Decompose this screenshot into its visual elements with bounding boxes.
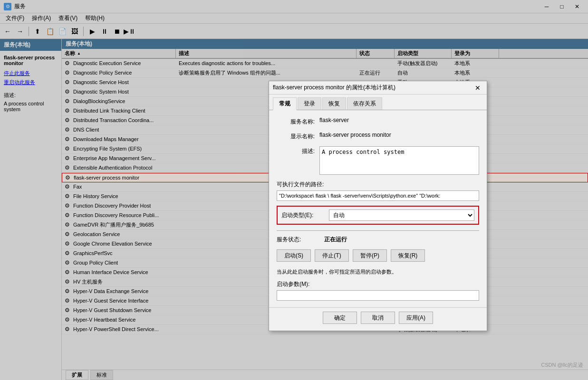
dialog-tab-login[interactable]: 登录 xyxy=(298,97,321,110)
service-status-row: 服务状态: 正在运行 xyxy=(277,236,479,244)
desc-textarea[interactable]: A process control system xyxy=(319,146,479,175)
stop-button[interactable]: 停止(T) xyxy=(315,249,349,262)
resume-button[interactable]: 恢复(R) xyxy=(391,249,425,262)
dialog-tabs: 常规 登录 恢复 依存关系 xyxy=(269,95,487,110)
dialog-overlay: flask-server process monitor 的属性(本地计算机) … xyxy=(0,0,588,380)
service-name-label: 服务名称: xyxy=(277,117,319,126)
start-button[interactable]: 启动(S) xyxy=(277,249,311,262)
service-name-value: flask-server xyxy=(319,117,479,124)
service-status-value: 正在运行 xyxy=(324,236,347,244)
startup-type-select[interactable]: 自动 手动 禁用 自动(延迟启动) xyxy=(329,209,474,221)
dialog-footer: 确定 取消 应用(A) xyxy=(269,307,487,331)
dialog-title: flask-server process monitor 的属性(本地计算机) xyxy=(273,84,395,92)
service-action-buttons: 启动(S) 停止(T) 暂停(P) 恢复(R) xyxy=(277,249,479,262)
dialog-tab-recovery[interactable]: 恢复 xyxy=(322,97,346,110)
desc-field: 描述: A process control system xyxy=(277,146,479,175)
display-name-value: flask-server process monitor xyxy=(319,132,479,138)
apply-button[interactable]: 应用(A) xyxy=(399,312,433,324)
dialog-tab-general[interactable]: 常规 xyxy=(273,97,297,110)
desc-field-label: 描述: xyxy=(277,146,319,155)
pause-button[interactable]: 暂停(P) xyxy=(353,249,387,262)
display-name-field: 显示名称: flask-server process monitor xyxy=(277,132,479,141)
service-name-field: 服务名称: flask-server xyxy=(277,117,479,126)
ok-button[interactable]: 确定 xyxy=(323,312,357,324)
startup-type-field: 启动类型(E): 自动 手动 禁用 自动(延迟启动) xyxy=(277,206,479,225)
dialog-titlebar: flask-server process monitor 的属性(本地计算机) … xyxy=(269,81,487,95)
dialog-content: 服务名称: flask-server 显示名称: flask-server pr… xyxy=(269,110,487,307)
path-label: 可执行文件的路径: xyxy=(277,180,479,189)
dialog-divider xyxy=(277,230,479,231)
service-status-label: 服务状态: xyxy=(277,236,315,244)
startup-type-label: 启动类型(E): xyxy=(281,211,329,219)
dialog-tab-dependencies[interactable]: 依存关系 xyxy=(347,97,382,110)
path-section: 可执行文件的路径: "D:\workspace\ flask \ flask -… xyxy=(277,180,479,201)
dialog-close-button[interactable]: ✕ xyxy=(472,84,483,92)
param-label: 启动参数(M): xyxy=(277,280,479,288)
cancel-button[interactable]: 取消 xyxy=(361,312,395,324)
properties-dialog: flask-server process monitor 的属性(本地计算机) … xyxy=(269,81,487,331)
display-name-label: 显示名称: xyxy=(277,132,319,141)
param-input[interactable] xyxy=(277,290,479,301)
hint-text: 当从此处启动服务时，你可指定所适用的启动参数。 xyxy=(277,268,479,276)
path-value: "D:\workspace\ flask \ flask -server\ven… xyxy=(277,190,479,201)
